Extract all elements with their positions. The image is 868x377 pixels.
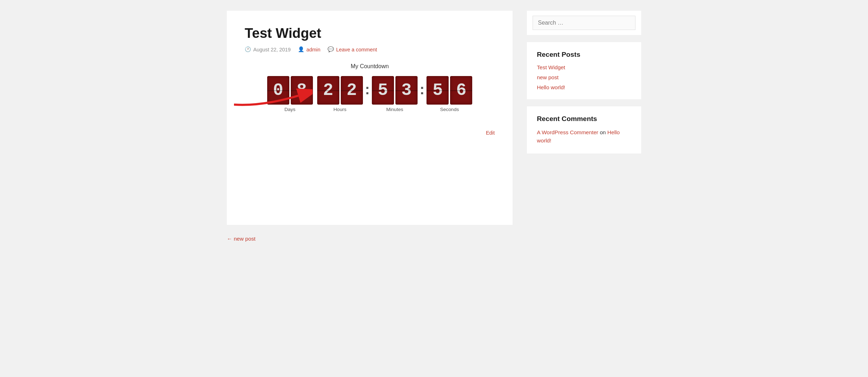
seconds-digits: 5 6 bbox=[426, 76, 472, 105]
sidebar: Recent Posts Test Widget new post Hello … bbox=[527, 11, 641, 154]
recent-posts-widget: Recent Posts Test Widget new post Hello … bbox=[527, 42, 641, 99]
meta-comment: 💬 Leave a comment bbox=[328, 46, 377, 52]
search-input[interactable] bbox=[533, 16, 635, 30]
recent-comments-list: A WordPress Commenter on Hello world! bbox=[537, 129, 631, 145]
person-icon: 👤 bbox=[298, 46, 304, 52]
recent-post-link-1[interactable]: Test Widget bbox=[537, 64, 565, 70]
author-link[interactable]: admin bbox=[306, 47, 320, 52]
main-content: Test Widget 🕐 August 22, 2019 👤 admin 💬 … bbox=[227, 11, 513, 225]
recent-post-link-2[interactable]: new post bbox=[537, 74, 559, 80]
seconds-digit-2: 6 bbox=[450, 76, 472, 105]
search-widget bbox=[527, 11, 641, 35]
meta-author: 👤 admin bbox=[298, 46, 320, 52]
seconds-digit-1: 5 bbox=[426, 76, 449, 105]
colon-2: : bbox=[363, 81, 372, 107]
minutes-digits: 5 3 bbox=[372, 76, 418, 105]
comment-author-link[interactable]: A WordPress Commenter bbox=[537, 129, 598, 135]
recent-post-link-3[interactable]: Hello world! bbox=[537, 84, 565, 90]
recent-posts-list: Test Widget new post Hello world! bbox=[537, 64, 631, 91]
countdown-seconds: 5 6 Seconds bbox=[426, 76, 472, 112]
post-edit: Edit bbox=[245, 126, 495, 136]
prev-post-link[interactable]: ← new post bbox=[227, 236, 255, 242]
minutes-digit-1: 5 bbox=[372, 76, 394, 105]
hours-digit-2: 2 bbox=[341, 76, 363, 105]
recent-posts-title: Recent Posts bbox=[537, 51, 631, 59]
countdown-hours: 2 2 Hours bbox=[317, 76, 363, 112]
list-item: A WordPress Commenter on Hello world! bbox=[537, 129, 631, 145]
edit-link[interactable]: Edit bbox=[486, 130, 495, 136]
minutes-digit-2: 3 bbox=[395, 76, 418, 105]
clock-icon: 🕐 bbox=[245, 46, 251, 52]
leave-comment-link[interactable]: Leave a comment bbox=[336, 47, 377, 52]
hours-digits: 2 2 bbox=[317, 76, 363, 105]
seconds-label: Seconds bbox=[440, 107, 459, 112]
minutes-label: Minutes bbox=[386, 107, 403, 112]
countdown-minutes: 5 3 Minutes bbox=[372, 76, 418, 112]
list-item: Hello world! bbox=[537, 84, 631, 91]
post-title: Test Widget bbox=[245, 25, 495, 41]
post-meta: 🕐 August 22, 2019 👤 admin 💬 Leave a comm… bbox=[245, 46, 495, 52]
post-date: August 22, 2019 bbox=[253, 47, 291, 52]
meta-date: 🕐 August 22, 2019 bbox=[245, 46, 291, 52]
colon-1 bbox=[313, 90, 317, 99]
arrow-indicator bbox=[234, 83, 313, 110]
list-item: Test Widget bbox=[537, 64, 631, 71]
countdown-title: My Countdown bbox=[245, 63, 495, 70]
recent-comments-widget: Recent Comments A WordPress Commenter on… bbox=[527, 106, 641, 154]
hours-label: Hours bbox=[334, 107, 346, 112]
colon-3: : bbox=[418, 81, 426, 107]
list-item: new post bbox=[537, 74, 631, 81]
hours-digit-1: 2 bbox=[317, 76, 339, 105]
recent-comments-title: Recent Comments bbox=[537, 115, 631, 123]
comment-icon: 💬 bbox=[328, 46, 334, 52]
post-nav: ← new post bbox=[227, 236, 527, 242]
comment-on-text: on bbox=[600, 129, 607, 135]
page-wrapper: Test Widget 🕐 August 22, 2019 👤 admin 💬 … bbox=[220, 0, 648, 236]
